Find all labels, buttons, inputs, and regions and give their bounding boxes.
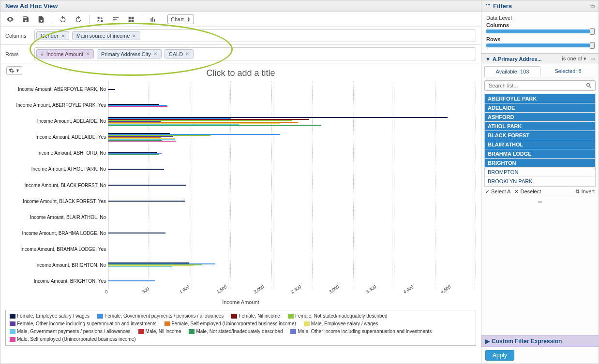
apply-button[interactable]: Apply: [485, 350, 514, 361]
drag-handle-icon[interactable]: ═: [481, 197, 599, 206]
list-item[interactable]: ASHFORD: [485, 113, 595, 122]
legend-item[interactable]: Female, Not stated/Inadequately describe…: [288, 312, 388, 320]
rows-slider-label: Rows: [486, 36, 500, 42]
legend-item[interactable]: Female, Self employed (Unincorporated bu…: [165, 320, 296, 328]
legend-item[interactable]: Male, Employee salary / wages: [304, 320, 378, 328]
rows-dropzone[interactable]: #Income Amount✕Primary Address City✕CALD…: [34, 47, 476, 60]
x-axis-label: Income Amount: [0, 299, 481, 305]
remove-chip-icon[interactable]: ✕: [86, 51, 90, 57]
bar[interactable]: [108, 201, 185, 202]
category-label: Income Amount, BRIGHTON, No: [2, 257, 108, 273]
toolbar: Chart ▲▼: [0, 12, 481, 27]
legend-item[interactable]: Male, Other income including superannuat…: [290, 328, 432, 335]
tab-available[interactable]: Available: 103: [484, 66, 540, 77]
remove-chip-icon[interactable]: ✕: [185, 51, 189, 57]
chart-title[interactable]: Click to add a title: [0, 63, 481, 81]
chart-legend: Female, Employee salary / wagesFemale, G…: [5, 310, 476, 346]
columns-label: Columns: [5, 33, 34, 39]
bar[interactable]: [108, 280, 155, 281]
bar[interactable]: [108, 185, 186, 186]
columns-dropzone[interactable]: Gender✕Main source of income✕: [34, 29, 476, 42]
invert-button[interactable]: ⇅ Invert: [575, 189, 595, 195]
list-item[interactable]: ABERFOYLE PARK: [485, 94, 595, 103]
category-label: Income Amount, BLAIR ATHOL, No: [2, 209, 108, 225]
visualization-dropdown[interactable]: Chart ▲▼: [167, 15, 194, 24]
pivot-icon[interactable]: [95, 15, 105, 24]
legend-item[interactable]: Male, Nil income: [138, 328, 181, 335]
chart-plot: [108, 81, 476, 289]
custom-filter-expression[interactable]: ▶Custom Filter Expression: [481, 335, 599, 347]
bar[interactable]: [108, 89, 115, 90]
x-axis-ticks: 05001,0001,5002,0002,5003,0003,5004,0004…: [108, 289, 481, 295]
category-label: Income Amount, BRAHMA LODGE, No: [2, 225, 108, 241]
list-item[interactable]: BROOKLYN PARK: [485, 177, 595, 186]
remove-chip-icon[interactable]: ✕: [61, 33, 65, 39]
chart-type-icon[interactable]: [148, 15, 158, 24]
row-chip[interactable]: Primary Address City✕: [97, 49, 162, 58]
columns-slider-label: Columns: [486, 22, 509, 28]
save-icon[interactable]: [21, 15, 30, 24]
remove-chip-icon[interactable]: ✕: [153, 51, 157, 57]
category-label: Income Amount, ADELAIDE, Yes: [2, 129, 108, 145]
bar[interactable]: [108, 266, 172, 267]
eye-icon[interactable]: [5, 15, 15, 24]
filter-values-list: ABERFOYLE PARKADELAIDEASHFORDATHOL PARKB…: [484, 94, 596, 187]
list-item[interactable]: BLACK FOREST: [485, 131, 595, 140]
redo-icon[interactable]: [74, 15, 83, 24]
data-level-label: Data Level: [486, 15, 594, 21]
bar[interactable]: [108, 106, 167, 107]
rows-label: Rows: [5, 51, 34, 57]
legend-item[interactable]: Female, Other income including superannu…: [10, 320, 157, 328]
column-chip[interactable]: Main source of income✕: [72, 31, 141, 40]
category-label: Income Amount, ABERFOYLE PARK, Yes: [2, 97, 108, 113]
tab-selected[interactable]: Selected: 8: [540, 66, 596, 77]
deselect-button[interactable]: ✕ Deselect: [514, 189, 541, 195]
search-input[interactable]: [488, 82, 585, 89]
list-item[interactable]: ADELAIDE: [485, 103, 595, 113]
filter-menu-icon[interactable]: ▭: [590, 56, 595, 61]
visualization-label: Chart: [171, 16, 184, 22]
bar[interactable]: [108, 169, 164, 170]
category-label: Income Amount, ABERFOYLE PARK, No: [2, 81, 108, 97]
minimize-icon[interactable]: ▭: [590, 3, 595, 9]
select-all-button[interactable]: ✓ Select A: [485, 189, 510, 195]
sort-icon[interactable]: [111, 15, 120, 24]
legend-item[interactable]: Male, Government payments / pensions / a…: [10, 328, 131, 335]
bar[interactable]: [108, 141, 176, 142]
column-chip[interactable]: Gender✕: [36, 31, 69, 40]
legend-item[interactable]: Male, Not stated/Inadequately described: [189, 328, 283, 335]
bar[interactable]: [108, 154, 159, 155]
export-icon[interactable]: [36, 15, 46, 24]
view-title: New Ad Hoc View: [0, 0, 481, 12]
category-label: Income Amount, BLACK FOREST, Yes: [2, 193, 108, 209]
search-icon[interactable]: [585, 82, 592, 89]
list-item[interactable]: BROMPTON: [485, 168, 595, 177]
y-axis-labels: Income Amount, ABERFOYLE PARK, NoIncome …: [2, 81, 108, 289]
filter-operator[interactable]: is one of ▾: [562, 56, 586, 62]
legend-item[interactable]: Female, Government payments / pensions /…: [97, 312, 224, 320]
category-label: Income Amount, ASHFORD, No: [2, 145, 108, 161]
category-label: Income Amount, ADELAIDE, No: [2, 113, 108, 129]
rows-slider[interactable]: [486, 44, 594, 47]
chart-settings-button[interactable]: ▼: [6, 66, 22, 75]
remove-chip-icon[interactable]: ✕: [132, 33, 136, 39]
category-label: Income Amount, ATHOL PARK, No: [2, 161, 108, 177]
filters-header: Filters ▭: [481, 0, 599, 12]
columns-slider[interactable]: [486, 29, 594, 33]
grid-icon[interactable]: [126, 15, 136, 24]
legend-item[interactable]: Male, Self employed (Unincorporated busi…: [10, 335, 136, 343]
row-chip[interactable]: #Income Amount✕: [36, 49, 94, 58]
filter-title: A.Primary Addres...: [493, 56, 560, 62]
row-chip[interactable]: CALD✕: [165, 49, 194, 58]
list-item[interactable]: BRIGHTON: [485, 159, 595, 168]
undo-icon[interactable]: [58, 15, 68, 24]
list-item[interactable]: BLAIR ATHOL: [485, 140, 595, 149]
bar[interactable]: [108, 233, 165, 233]
list-item[interactable]: ATHOL PARK: [485, 122, 595, 131]
collapse-icon[interactable]: ▼: [485, 56, 491, 62]
bar[interactable]: [108, 125, 321, 126]
legend-item[interactable]: Female, Nil income: [231, 312, 280, 320]
legend-item[interactable]: Female, Employee salary / wages: [10, 312, 90, 320]
list-item[interactable]: BRAHMA LODGE: [485, 149, 595, 159]
search-input-container: [484, 80, 596, 91]
